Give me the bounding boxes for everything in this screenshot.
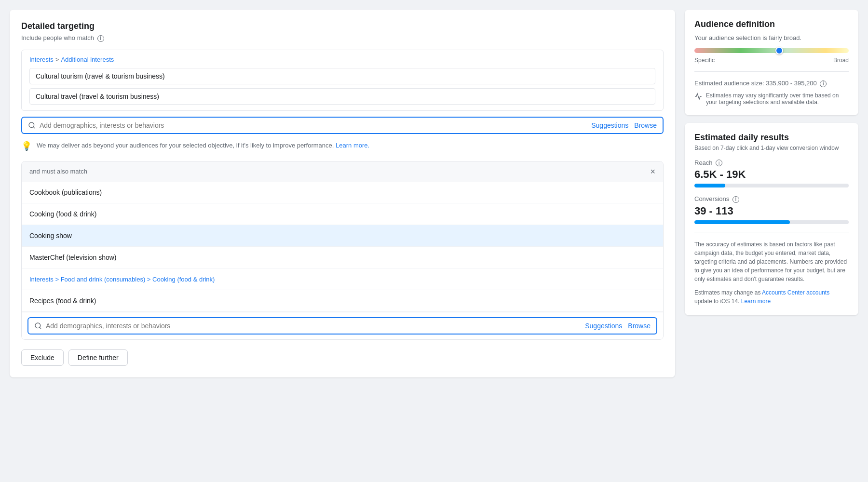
- dropdown-item-3[interactable]: MasterChef (television show): [22, 247, 663, 268]
- reach-info-icon[interactable]: i: [716, 160, 722, 166]
- search-icon-top: [28, 121, 36, 129]
- conversions-label: Conversions i: [694, 195, 849, 203]
- right-panel: Audience definition Your audience select…: [685, 10, 858, 377]
- conversions-info-icon[interactable]: i: [732, 196, 739, 203]
- daily-subtitle: Based on 7-day click and 1-day view conv…: [694, 145, 849, 151]
- dropdown-item-0[interactable]: Cookbook (publications): [22, 182, 663, 203]
- browse-link-top[interactable]: Browse: [634, 121, 657, 129]
- suggestions-link-bottom[interactable]: Suggestions: [585, 322, 622, 330]
- audience-desc: Your audience selection is fairly broad.: [694, 34, 849, 41]
- daily-title: Estimated daily results: [694, 133, 849, 143]
- define-further-button[interactable]: Define further: [68, 349, 128, 366]
- breadcrumb-additional-link[interactable]: Additional interests: [61, 56, 114, 63]
- divider-1: [694, 71, 849, 72]
- search-actions-top: Suggestions Browse: [591, 121, 657, 129]
- dropdown-item-5[interactable]: Recipes (food & drink): [22, 290, 663, 312]
- search-box-bottom[interactable]: Suggestions Browse: [27, 317, 657, 335]
- exclude-button[interactable]: Exclude: [21, 349, 64, 366]
- dropdown-item-1[interactable]: Cooking (food & drink): [22, 203, 663, 225]
- specific-label: Specific: [694, 57, 715, 64]
- breadcrumb-interests-link[interactable]: Interests: [29, 56, 54, 63]
- search-input-top[interactable]: [40, 121, 587, 129]
- search-input-bottom[interactable]: [46, 322, 581, 330]
- and-match-header: and must also match ×: [22, 161, 663, 182]
- dropdown-list: Cookbook (publications) Cooking (food & …: [22, 182, 663, 312]
- audience-size: Estimated audience size: 335,900 - 395,2…: [694, 80, 849, 87]
- reach-label: Reach i: [694, 159, 849, 167]
- gauge-bar: [694, 48, 849, 53]
- svg-line-3: [40, 327, 41, 329]
- breadcrumb-sep1: >: [55, 56, 59, 63]
- dropdown-item-2[interactable]: Cooking show: [22, 225, 663, 247]
- ios-learn-more-link[interactable]: Learn more: [741, 298, 771, 305]
- audience-size-info-icon[interactable]: i: [820, 80, 827, 87]
- conversions-progress-bg: [694, 220, 849, 224]
- search-icon-bottom: [34, 322, 42, 330]
- divider-2: [694, 232, 849, 232]
- search-box-top[interactable]: Suggestions Browse: [21, 117, 664, 134]
- audience-title: Audience definition: [694, 19, 849, 29]
- bottom-buttons: Exclude Define further: [21, 349, 664, 366]
- close-and-match-button[interactable]: ×: [650, 167, 655, 176]
- audience-note: Estimates may vary significantly over ti…: [694, 92, 849, 106]
- page-container: Detailed targeting Include people who ma…: [10, 10, 858, 377]
- accounts-center-link[interactable]: Accounts Center accounts: [762, 289, 829, 296]
- search-actions-bottom: Suggestions Browse: [585, 322, 651, 330]
- svg-point-2: [35, 323, 41, 328]
- include-label: Include people who match i: [21, 34, 664, 42]
- lightbulb-icon: 💡: [21, 141, 32, 151]
- reach-progress-bg: [694, 184, 849, 187]
- and-match-section: and must also match × Cookbook (publicat…: [21, 161, 664, 340]
- breadcrumb: Interests > Additional interests: [29, 56, 655, 63]
- reach-value: 6.5K - 19K: [694, 168, 849, 181]
- gauge-labels: Specific Broad: [694, 57, 849, 64]
- and-match-label: and must also match: [29, 168, 87, 175]
- daily-card: Estimated daily results Based on 7-day c…: [685, 123, 858, 315]
- broad-label: Broad: [833, 57, 849, 64]
- reach-progress-fill: [694, 184, 725, 187]
- trend-icon: [694, 93, 702, 100]
- include-info-icon[interactable]: i: [97, 35, 104, 42]
- audience-card: Audience definition Your audience select…: [685, 10, 858, 115]
- suggestions-link-top[interactable]: Suggestions: [591, 121, 628, 129]
- breadcrumb-box: Interests > Additional interests Cultura…: [21, 50, 664, 111]
- tag-cultural-tourism: Cultural tourism (travel & tourism busin…: [29, 68, 655, 84]
- svg-point-0: [29, 122, 34, 128]
- notice-text: We may deliver ads beyond your audiences…: [37, 142, 369, 149]
- dropdown-item-4[interactable]: Interests > Food and drink (consumables)…: [22, 268, 663, 290]
- learn-more-link-top[interactable]: Learn more.: [336, 142, 369, 149]
- left-panel: Detailed targeting Include people who ma…: [10, 10, 675, 377]
- gauge-indicator: [775, 47, 783, 54]
- conversions-value: 39 - 113: [694, 205, 849, 217]
- panel-title: Detailed targeting: [21, 21, 664, 31]
- svg-line-1: [33, 127, 35, 128]
- notice-row: 💡 We may deliver ads beyond your audienc…: [21, 142, 664, 151]
- tag-cultural-travel: Cultural travel (travel & tourism busine…: [29, 88, 655, 105]
- accuracy-note: The accuracy of estimates is based on fa…: [694, 240, 849, 283]
- conversions-progress-fill: [694, 220, 790, 224]
- ios-note: Estimates may change as Accounts Center …: [694, 288, 849, 306]
- browse-link-bottom[interactable]: Browse: [628, 322, 651, 330]
